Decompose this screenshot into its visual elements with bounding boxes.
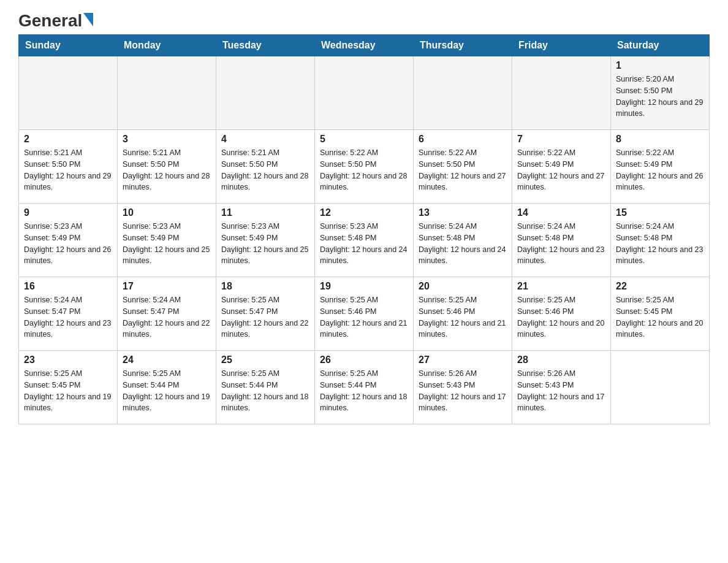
- calendar-cell: [19, 56, 118, 130]
- day-info: Sunrise: 5:25 AMSunset: 5:44 PMDaylight:…: [221, 368, 309, 414]
- weekday-header-wednesday: Wednesday: [315, 35, 414, 56]
- calendar-cell: 17Sunrise: 5:24 AMSunset: 5:47 PMDayligh…: [118, 277, 216, 351]
- day-number: 18: [221, 281, 309, 292]
- day-number: 19: [320, 281, 408, 292]
- calendar-cell: 22Sunrise: 5:25 AMSunset: 5:45 PMDayligh…: [611, 277, 710, 351]
- calendar-week-row: 23Sunrise: 5:25 AMSunset: 5:45 PMDayligh…: [19, 351, 710, 424]
- logo: General: [18, 12, 93, 28]
- calendar-cell: 11Sunrise: 5:23 AMSunset: 5:49 PMDayligh…: [216, 204, 315, 277]
- calendar-cell: 4Sunrise: 5:21 AMSunset: 5:50 PMDaylight…: [216, 130, 315, 204]
- calendar-cell: [512, 56, 611, 130]
- day-number: 11: [221, 207, 309, 218]
- calendar-cell: 10Sunrise: 5:23 AMSunset: 5:49 PMDayligh…: [118, 204, 216, 277]
- day-number: 23: [24, 354, 112, 366]
- day-info: Sunrise: 5:24 AMSunset: 5:48 PMDaylight:…: [517, 221, 605, 267]
- calendar-cell: 1Sunrise: 5:20 AMSunset: 5:50 PMDaylight…: [611, 56, 710, 130]
- day-info: Sunrise: 5:25 AMSunset: 5:47 PMDaylight:…: [221, 294, 309, 340]
- day-info: Sunrise: 5:25 AMSunset: 5:46 PMDaylight:…: [517, 294, 605, 340]
- calendar-cell: 12Sunrise: 5:23 AMSunset: 5:48 PMDayligh…: [315, 204, 414, 277]
- calendar-cell: 8Sunrise: 5:22 AMSunset: 5:49 PMDaylight…: [611, 130, 710, 204]
- day-info: Sunrise: 5:24 AMSunset: 5:47 PMDaylight:…: [123, 294, 211, 340]
- weekday-header-thursday: Thursday: [414, 35, 512, 56]
- calendar-cell: [216, 56, 315, 130]
- day-info: Sunrise: 5:23 AMSunset: 5:48 PMDaylight:…: [320, 221, 408, 267]
- logo-text-general: General: [18, 12, 82, 29]
- calendar-cell: [414, 56, 512, 130]
- calendar-cell: [611, 351, 710, 424]
- day-number: 12: [320, 207, 408, 218]
- day-number: 28: [517, 354, 605, 366]
- day-number: 15: [616, 207, 704, 218]
- calendar-week-row: 2Sunrise: 5:21 AMSunset: 5:50 PMDaylight…: [19, 130, 710, 204]
- calendar-cell: 5Sunrise: 5:22 AMSunset: 5:50 PMDaylight…: [315, 130, 414, 204]
- calendar-cell: [315, 56, 414, 130]
- day-number: 2: [24, 134, 112, 145]
- day-info: Sunrise: 5:26 AMSunset: 5:43 PMDaylight:…: [517, 368, 605, 414]
- day-info: Sunrise: 5:21 AMSunset: 5:50 PMDaylight:…: [123, 147, 211, 193]
- calendar-cell: 7Sunrise: 5:22 AMSunset: 5:49 PMDaylight…: [512, 130, 611, 204]
- calendar-cell: 3Sunrise: 5:21 AMSunset: 5:50 PMDaylight…: [118, 130, 216, 204]
- day-number: 5: [320, 134, 408, 145]
- day-number: 14: [517, 207, 605, 218]
- day-info: Sunrise: 5:21 AMSunset: 5:50 PMDaylight:…: [221, 147, 309, 193]
- calendar-cell: 18Sunrise: 5:25 AMSunset: 5:47 PMDayligh…: [216, 277, 315, 351]
- calendar-cell: 2Sunrise: 5:21 AMSunset: 5:50 PMDaylight…: [19, 130, 118, 204]
- calendar-cell: 6Sunrise: 5:22 AMSunset: 5:50 PMDaylight…: [414, 130, 512, 204]
- calendar-cell: 21Sunrise: 5:25 AMSunset: 5:46 PMDayligh…: [512, 277, 611, 351]
- day-info: Sunrise: 5:26 AMSunset: 5:43 PMDaylight:…: [419, 368, 507, 414]
- calendar-header-row: SundayMondayTuesdayWednesdayThursdayFrid…: [19, 35, 710, 56]
- day-number: 17: [123, 281, 211, 292]
- day-info: Sunrise: 5:23 AMSunset: 5:49 PMDaylight:…: [24, 221, 112, 267]
- day-number: 3: [123, 134, 211, 145]
- calendar-cell: 25Sunrise: 5:25 AMSunset: 5:44 PMDayligh…: [216, 351, 315, 424]
- day-number: 1: [616, 60, 704, 71]
- page-header: General: [18, 12, 710, 28]
- day-number: 9: [24, 207, 112, 218]
- day-info: Sunrise: 5:25 AMSunset: 5:44 PMDaylight:…: [320, 368, 408, 414]
- calendar-cell: 13Sunrise: 5:24 AMSunset: 5:48 PMDayligh…: [414, 204, 512, 277]
- weekday-header-friday: Friday: [512, 35, 611, 56]
- day-info: Sunrise: 5:24 AMSunset: 5:47 PMDaylight:…: [24, 294, 112, 340]
- day-info: Sunrise: 5:24 AMSunset: 5:48 PMDaylight:…: [419, 221, 507, 267]
- calendar-cell: 15Sunrise: 5:24 AMSunset: 5:48 PMDayligh…: [611, 204, 710, 277]
- day-number: 22: [616, 281, 704, 292]
- day-info: Sunrise: 5:25 AMSunset: 5:45 PMDaylight:…: [616, 294, 704, 340]
- day-info: Sunrise: 5:24 AMSunset: 5:48 PMDaylight:…: [616, 221, 704, 267]
- calendar-cell: 14Sunrise: 5:24 AMSunset: 5:48 PMDayligh…: [512, 204, 611, 277]
- day-number: 7: [517, 134, 605, 145]
- calendar-table: SundayMondayTuesdayWednesdayThursdayFrid…: [18, 34, 710, 424]
- calendar-week-row: 9Sunrise: 5:23 AMSunset: 5:49 PMDaylight…: [19, 204, 710, 277]
- day-info: Sunrise: 5:22 AMSunset: 5:49 PMDaylight:…: [616, 147, 704, 193]
- weekday-header-monday: Monday: [118, 35, 216, 56]
- day-number: 21: [517, 281, 605, 292]
- calendar-cell: 24Sunrise: 5:25 AMSunset: 5:44 PMDayligh…: [118, 351, 216, 424]
- day-info: Sunrise: 5:22 AMSunset: 5:50 PMDaylight:…: [419, 147, 507, 193]
- calendar-week-row: 16Sunrise: 5:24 AMSunset: 5:47 PMDayligh…: [19, 277, 710, 351]
- day-number: 27: [419, 354, 507, 366]
- calendar-cell: [118, 56, 216, 130]
- weekday-header-tuesday: Tuesday: [216, 35, 315, 56]
- calendar-cell: 16Sunrise: 5:24 AMSunset: 5:47 PMDayligh…: [19, 277, 118, 351]
- day-number: 25: [221, 354, 309, 366]
- calendar-cell: 23Sunrise: 5:25 AMSunset: 5:45 PMDayligh…: [19, 351, 118, 424]
- weekday-header-sunday: Sunday: [19, 35, 118, 56]
- calendar-cell: 26Sunrise: 5:25 AMSunset: 5:44 PMDayligh…: [315, 351, 414, 424]
- day-number: 6: [419, 134, 507, 145]
- calendar-week-row: 1Sunrise: 5:20 AMSunset: 5:50 PMDaylight…: [19, 56, 710, 130]
- calendar-cell: 19Sunrise: 5:25 AMSunset: 5:46 PMDayligh…: [315, 277, 414, 351]
- calendar-cell: 28Sunrise: 5:26 AMSunset: 5:43 PMDayligh…: [512, 351, 611, 424]
- logo-arrow-icon: [83, 13, 93, 26]
- day-info: Sunrise: 5:23 AMSunset: 5:49 PMDaylight:…: [123, 221, 211, 267]
- calendar-cell: 20Sunrise: 5:25 AMSunset: 5:46 PMDayligh…: [414, 277, 512, 351]
- day-info: Sunrise: 5:21 AMSunset: 5:50 PMDaylight:…: [24, 147, 112, 193]
- day-info: Sunrise: 5:25 AMSunset: 5:46 PMDaylight:…: [320, 294, 408, 340]
- day-info: Sunrise: 5:25 AMSunset: 5:44 PMDaylight:…: [123, 368, 211, 414]
- day-info: Sunrise: 5:25 AMSunset: 5:45 PMDaylight:…: [24, 368, 112, 414]
- weekday-header-saturday: Saturday: [611, 35, 710, 56]
- day-number: 20: [419, 281, 507, 292]
- day-info: Sunrise: 5:23 AMSunset: 5:49 PMDaylight:…: [221, 221, 309, 267]
- day-number: 8: [616, 134, 704, 145]
- day-info: Sunrise: 5:25 AMSunset: 5:46 PMDaylight:…: [419, 294, 507, 340]
- day-number: 10: [123, 207, 211, 218]
- calendar-cell: 27Sunrise: 5:26 AMSunset: 5:43 PMDayligh…: [414, 351, 512, 424]
